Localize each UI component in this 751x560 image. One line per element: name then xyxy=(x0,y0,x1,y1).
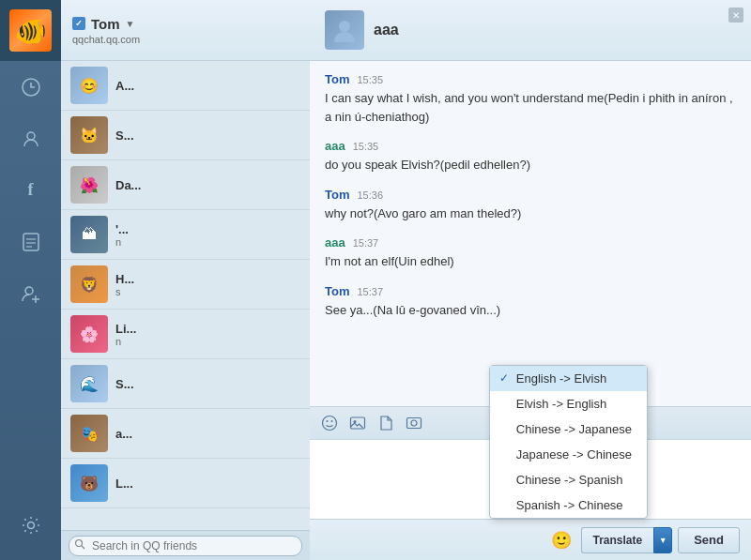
svg-point-1 xyxy=(27,132,35,140)
toolbar-image-btn[interactable] xyxy=(345,411,370,435)
contact-avatar: 🦁 xyxy=(70,265,108,303)
contact-item[interactable]: 🌺 Da... xyxy=(61,160,310,210)
toolbar-emoji-btn[interactable] xyxy=(317,411,342,435)
search-input[interactable] xyxy=(69,536,302,556)
contact-item[interactable]: 🎭 a... xyxy=(61,409,310,459)
message-time: 15:35 xyxy=(357,74,383,85)
smiley-button[interactable]: 🙂 xyxy=(547,526,575,554)
chat-action-bar: 🙂 Translate ▼ Send English -> ElvishElvi… xyxy=(310,519,751,560)
contact-name: H... xyxy=(115,272,300,286)
contact-item[interactable]: 🌸 Li... n xyxy=(61,310,310,359)
contact-subdomain: qqchat.qq.com xyxy=(72,34,140,45)
sidebar: f xyxy=(0,0,61,560)
dropdown-item[interactable]: Spanish -> Chinese xyxy=(490,492,647,518)
contact-name: '... xyxy=(115,222,300,236)
search-wrap xyxy=(69,536,302,556)
contact-avatar: 🐱 xyxy=(70,116,108,154)
online-badge: ✓ xyxy=(72,17,85,30)
sidebar-item-notes[interactable] xyxy=(0,216,61,267)
contact-item[interactable]: 😊 A... xyxy=(61,61,310,111)
self-name: Tom xyxy=(91,16,120,32)
message-sender: aaa xyxy=(325,235,345,250)
chat-area: aaa ✕ Tom 15:35 I can say what I wish, a… xyxy=(310,0,751,560)
message-sender: aaa xyxy=(325,139,345,153)
contact-item[interactable]: 🦁 H... s xyxy=(61,260,310,310)
sidebar-item-facebook[interactable]: f xyxy=(0,164,61,216)
svg-point-14 xyxy=(327,420,329,422)
message-meta: Tom 15:35 xyxy=(325,72,736,86)
contact-item[interactable]: 🌊 S... xyxy=(61,359,310,409)
svg-point-19 xyxy=(411,420,417,426)
translate-button[interactable]: Translate xyxy=(581,527,654,553)
contact-info: a... xyxy=(115,427,300,441)
contact-panel: ✓ Tom ▼ qqchat.qq.com 😊 A... 🐱 S... 🌺 xyxy=(61,0,310,560)
message-block: Tom 15:37 See ya...(Na lû e-govaned vîn.… xyxy=(325,284,736,320)
contact-avatar: 🐻 xyxy=(70,464,108,502)
dropdown-item[interactable]: Chinese -> Spanish xyxy=(490,467,647,492)
contact-info: A... xyxy=(115,79,300,93)
chat-recipient-avatar xyxy=(325,10,364,50)
contact-name: a... xyxy=(115,427,300,441)
message-time: 15:37 xyxy=(353,237,379,249)
svg-point-15 xyxy=(331,420,333,422)
dropdown-item[interactable]: English -> Elvish xyxy=(490,366,647,391)
translate-dropdown-button[interactable]: ▼ xyxy=(653,527,672,553)
message-time: 15:37 xyxy=(357,286,383,297)
contact-info: '... n xyxy=(115,222,300,248)
message-block: Tom 15:35 I can say what I wish, and you… xyxy=(325,72,736,126)
avatar-image xyxy=(9,9,52,52)
contact-name: A... xyxy=(115,79,300,93)
translate-btn-group: Translate ▼ xyxy=(581,527,673,553)
svg-point-17 xyxy=(354,420,357,423)
contact-info: Da... xyxy=(115,178,300,192)
contact-avatar: 🎭 xyxy=(70,415,108,452)
contact-item[interactable]: 🏔 '... n xyxy=(61,210,310,260)
message-block: aaa 15:35 do you speak Elvish?(pedil edh… xyxy=(325,139,736,174)
contact-status: n xyxy=(115,236,300,248)
message-text: I can say what I wish, and you won't und… xyxy=(325,89,736,126)
sidebar-item-add-friend[interactable] xyxy=(0,267,61,319)
contact-info: H... s xyxy=(115,272,300,297)
svg-point-9 xyxy=(27,522,34,528)
message-text: do you speak Elvish?(pedil edhellen?) xyxy=(325,156,736,174)
dropdown-item[interactable]: Elvish -> English xyxy=(490,391,647,416)
search-bar xyxy=(61,530,310,560)
contact-name: S... xyxy=(115,129,300,143)
sidebar-item-history[interactable] xyxy=(0,61,61,113)
svg-rect-18 xyxy=(407,418,421,429)
toolbar-capture-btn[interactable] xyxy=(402,411,426,435)
svg-rect-2 xyxy=(23,234,38,250)
sidebar-item-settings[interactable] xyxy=(0,499,61,551)
message-meta: aaa 15:37 xyxy=(325,235,736,250)
svg-point-10 xyxy=(76,540,83,547)
message-meta: aaa 15:35 xyxy=(325,139,736,153)
message-sender: Tom xyxy=(325,72,349,86)
contact-info: S... xyxy=(115,377,300,391)
contact-name: Da... xyxy=(115,178,300,192)
message-text: why not?(Avo garo am man theled?) xyxy=(325,204,736,223)
sidebar-item-contacts[interactable] xyxy=(0,113,61,164)
svg-line-11 xyxy=(82,546,84,549)
dropdown-item[interactable]: Chinese -> Japanese xyxy=(490,416,647,442)
message-text: I'm not an elf(Uin edhel) xyxy=(325,252,736,271)
online-check: ✓ xyxy=(75,19,83,28)
message-time: 15:35 xyxy=(353,141,379,152)
contact-name: Li... xyxy=(115,322,300,336)
message-block: aaa 15:37 I'm not an elf(Uin edhel) xyxy=(325,235,736,271)
message-block: Tom 15:36 why not?(Avo garo am man thele… xyxy=(325,188,736,223)
message-sender: Tom xyxy=(325,188,349,202)
contact-avatar: 🌸 xyxy=(70,315,108,353)
toolbar-file-btn[interactable] xyxy=(374,411,398,435)
contact-avatar: 😊 xyxy=(70,67,108,104)
contact-name: L... xyxy=(115,477,300,491)
contact-avatar: 🏔 xyxy=(70,216,108,253)
close-button[interactable]: ✕ xyxy=(728,8,743,23)
send-button[interactable]: Send xyxy=(678,527,740,553)
contact-avatar: 🌊 xyxy=(70,365,108,402)
user-avatar[interactable] xyxy=(0,0,61,61)
contact-item[interactable]: 🐻 L... xyxy=(61,459,310,508)
dropdown-item[interactable]: Japanese -> Chinese xyxy=(490,442,647,467)
contact-item[interactable]: 🐱 S... xyxy=(61,111,310,160)
contact-info: Li... n xyxy=(115,322,300,347)
chat-header: aaa ✕ xyxy=(310,0,751,61)
